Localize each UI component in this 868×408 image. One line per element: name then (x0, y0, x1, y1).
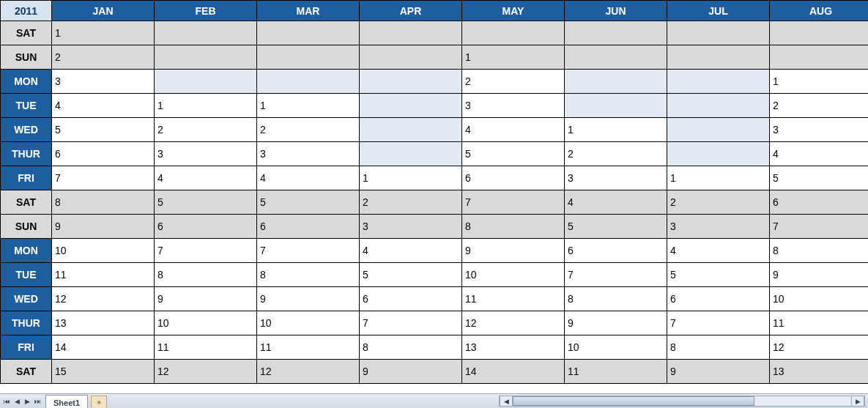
calendar-cell[interactable]: 7 (360, 311, 462, 335)
calendar-cell[interactable]: 1 (257, 94, 360, 118)
month-header[interactable]: JUN (565, 1, 667, 21)
calendar-cell[interactable]: 3 (257, 142, 360, 166)
calendar-cell[interactable]: 8 (565, 287, 667, 311)
calendar-cell[interactable]: 5 (155, 190, 257, 215)
calendar-cell[interactable]: 4 (155, 166, 257, 190)
calendar-cell[interactable] (360, 142, 462, 166)
calendar-cell[interactable]: 13 (52, 311, 155, 335)
calendar-cell[interactable]: 8 (462, 215, 565, 239)
calendar-cell[interactable]: 10 (770, 287, 869, 311)
calendar-cell[interactable]: 1 (770, 70, 869, 94)
calendar-cell[interactable]: 4 (667, 239, 770, 263)
calendar-cell[interactable]: 8 (667, 335, 770, 360)
calendar-cell[interactable]: 6 (52, 142, 155, 166)
calendar-cell[interactable]: 6 (155, 215, 257, 239)
sheet-nav-next-icon[interactable]: ▶ (22, 396, 32, 407)
calendar-cell[interactable]: 6 (667, 287, 770, 311)
calendar-cell[interactable]: 4 (257, 166, 360, 190)
calendar-cell[interactable]: 5 (360, 263, 462, 287)
calendar-cell[interactable]: 9 (770, 263, 869, 287)
scroll-left-icon[interactable]: ◀ (500, 396, 513, 406)
calendar-cell[interactable]: 7 (462, 190, 565, 215)
calendar-cell[interactable]: 6 (257, 215, 360, 239)
day-header[interactable]: WED (1, 118, 52, 142)
calendar-cell[interactable]: 12 (257, 360, 360, 384)
calendar-cell[interactable]: 5 (770, 166, 869, 190)
calendar-cell[interactable] (462, 21, 565, 45)
calendar-cell[interactable] (155, 21, 257, 45)
month-header[interactable]: APR (360, 1, 462, 21)
calendar-cell[interactable]: 4 (360, 239, 462, 263)
calendar-cell[interactable]: 7 (155, 239, 257, 263)
calendar-cell[interactable]: 6 (565, 239, 667, 263)
day-header[interactable]: WED (1, 287, 52, 311)
calendar-cell[interactable]: 1 (565, 118, 667, 142)
calendar-cell[interactable] (360, 94, 462, 118)
calendar-cell[interactable]: 9 (360, 360, 462, 384)
calendar-cell[interactable] (770, 21, 869, 45)
calendar-cell[interactable]: 9 (462, 239, 565, 263)
calendar-cell[interactable] (360, 45, 462, 70)
sheet-tab[interactable]: Sheet1 (45, 395, 88, 409)
calendar-cell[interactable]: 4 (52, 94, 155, 118)
calendar-cell[interactable]: 1 (667, 166, 770, 190)
calendar-cell[interactable]: 2 (667, 190, 770, 215)
calendar-cell[interactable]: 9 (155, 287, 257, 311)
calendar-cell[interactable]: 14 (462, 360, 565, 384)
calendar-cell[interactable]: 1 (155, 94, 257, 118)
calendar-cell[interactable]: 2 (155, 118, 257, 142)
month-header[interactable]: MAR (257, 1, 360, 21)
day-header[interactable]: THUR (1, 311, 52, 335)
calendar-cell[interactable] (667, 45, 770, 70)
day-header[interactable]: THUR (1, 142, 52, 166)
calendar-cell[interactable]: 8 (770, 239, 869, 263)
month-header[interactable]: MAY (462, 1, 565, 21)
calendar-table[interactable]: 2011 JAN FEB MAR APR MAY JUN JUL AUG SAT… (0, 0, 868, 384)
calendar-cell[interactable]: 1 (462, 45, 565, 70)
month-header[interactable]: JUL (667, 1, 770, 21)
calendar-cell[interactable]: 3 (360, 215, 462, 239)
calendar-cell[interactable]: 10 (52, 239, 155, 263)
calendar-cell[interactable]: 7 (257, 239, 360, 263)
calendar-cell[interactable]: 1 (360, 166, 462, 190)
calendar-cell[interactable] (257, 21, 360, 45)
day-header[interactable]: SUN (1, 45, 52, 70)
day-header[interactable]: FRI (1, 335, 52, 360)
calendar-cell[interactable]: 3 (155, 142, 257, 166)
calendar-cell[interactable]: 10 (155, 311, 257, 335)
calendar-cell[interactable]: 2 (257, 118, 360, 142)
calendar-cell[interactable] (667, 70, 770, 94)
sheet-nav-prev-icon[interactable]: ◀ (12, 396, 22, 407)
calendar-cell[interactable]: 13 (770, 360, 869, 384)
calendar-cell[interactable]: 15 (52, 360, 155, 384)
calendar-cell[interactable] (155, 45, 257, 70)
calendar-cell[interactable]: 10 (565, 335, 667, 360)
day-header[interactable]: MON (1, 239, 52, 263)
day-header[interactable]: SUN (1, 215, 52, 239)
calendar-cell[interactable]: 2 (52, 45, 155, 70)
horizontal-scrollbar[interactable]: ◀ ▶ (499, 396, 865, 407)
calendar-cell[interactable]: 4 (770, 142, 869, 166)
calendar-cell[interactable]: 9 (565, 311, 667, 335)
scroll-thumb[interactable] (513, 396, 754, 406)
new-sheet-button[interactable]: ✶ (91, 396, 107, 408)
day-header[interactable]: FRI (1, 166, 52, 190)
calendar-cell[interactable] (565, 94, 667, 118)
calendar-cell[interactable]: 8 (360, 335, 462, 360)
calendar-cell[interactable]: 5 (667, 263, 770, 287)
calendar-cell[interactable]: 12 (462, 311, 565, 335)
calendar-cell[interactable]: 6 (770, 190, 869, 215)
month-header[interactable]: JAN (52, 1, 155, 21)
year-cell[interactable]: 2011 (1, 1, 52, 21)
calendar-cell[interactable]: 7 (52, 166, 155, 190)
calendar-cell[interactable]: 2 (360, 190, 462, 215)
calendar-cell[interactable]: 8 (52, 190, 155, 215)
calendar-cell[interactable]: 9 (52, 215, 155, 239)
calendar-cell[interactable]: 5 (257, 190, 360, 215)
calendar-cell[interactable]: 8 (257, 263, 360, 287)
calendar-cell[interactable]: 6 (462, 166, 565, 190)
sheet-nav-last-icon[interactable]: ⏭ (32, 396, 42, 407)
calendar-cell[interactable]: 3 (462, 94, 565, 118)
calendar-cell[interactable]: 8 (155, 263, 257, 287)
day-header[interactable]: TUE (1, 263, 52, 287)
